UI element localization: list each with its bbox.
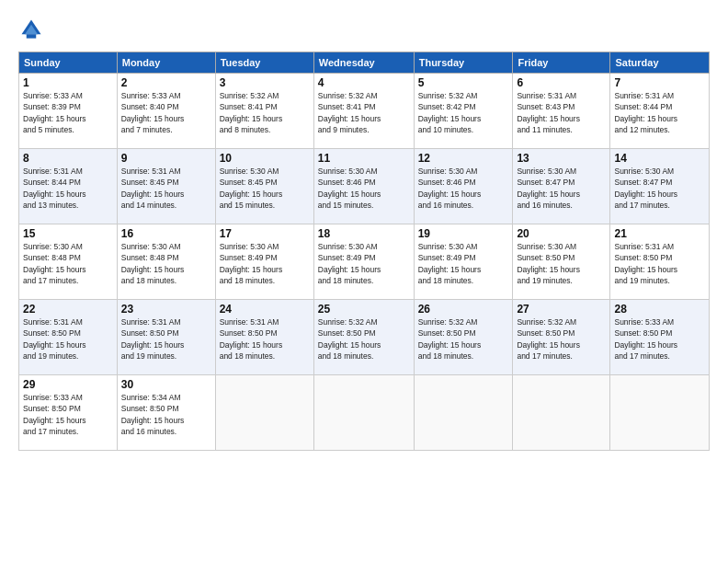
calendar-day-cell bbox=[313, 375, 414, 451]
day-info: Sunrise: 5:31 AM Sunset: 8:50 PM Dayligh… bbox=[220, 316, 310, 362]
calendar-day-cell bbox=[414, 375, 513, 451]
calendar-day-cell: 27Sunrise: 5:32 AM Sunset: 8:50 PM Dayli… bbox=[513, 300, 610, 375]
day-info: Sunrise: 5:32 AM Sunset: 8:41 PM Dayligh… bbox=[318, 90, 410, 135]
calendar-day-cell: 17Sunrise: 5:30 AM Sunset: 8:49 PM Dayli… bbox=[215, 224, 313, 300]
weekday-header: Sunday bbox=[19, 52, 118, 74]
calendar-day-cell: 24Sunrise: 5:31 AM Sunset: 8:50 PM Dayli… bbox=[215, 300, 313, 375]
calendar-day-cell: 19Sunrise: 5:30 AM Sunset: 8:49 PM Dayli… bbox=[414, 224, 513, 300]
day-number: 10 bbox=[220, 152, 310, 165]
calendar-day-cell: 22Sunrise: 5:31 AM Sunset: 8:50 PM Dayli… bbox=[19, 300, 118, 375]
day-info: Sunrise: 5:30 AM Sunset: 8:46 PM Dayligh… bbox=[318, 166, 410, 211]
day-number: 6 bbox=[517, 76, 606, 89]
day-number: 24 bbox=[220, 303, 310, 316]
day-info: Sunrise: 5:30 AM Sunset: 8:49 PM Dayligh… bbox=[418, 241, 509, 286]
logo-icon bbox=[18, 17, 44, 42]
day-number: 2 bbox=[121, 76, 211, 89]
day-info: Sunrise: 5:31 AM Sunset: 8:45 PM Dayligh… bbox=[121, 166, 211, 211]
day-number: 4 bbox=[318, 76, 410, 89]
day-info: Sunrise: 5:30 AM Sunset: 8:50 PM Dayligh… bbox=[517, 241, 606, 286]
calendar-week-row: 22Sunrise: 5:31 AM Sunset: 8:50 PM Dayli… bbox=[19, 300, 710, 375]
day-info: Sunrise: 5:32 AM Sunset: 8:50 PM Dayligh… bbox=[318, 316, 410, 362]
day-info: Sunrise: 5:30 AM Sunset: 8:48 PM Dayligh… bbox=[121, 241, 211, 286]
calendar-day-cell: 15Sunrise: 5:30 AM Sunset: 8:48 PM Dayli… bbox=[19, 224, 118, 300]
calendar-day-cell bbox=[610, 375, 710, 451]
day-number: 9 bbox=[121, 152, 211, 165]
day-number: 12 bbox=[418, 152, 509, 165]
day-info: Sunrise: 5:33 AM Sunset: 8:39 PM Dayligh… bbox=[23, 90, 113, 135]
day-number: 19 bbox=[418, 227, 509, 240]
header bbox=[18, 17, 710, 42]
day-number: 29 bbox=[23, 378, 113, 391]
day-number: 27 bbox=[517, 303, 606, 316]
day-info: Sunrise: 5:31 AM Sunset: 8:43 PM Dayligh… bbox=[517, 90, 606, 135]
calendar-day-cell: 26Sunrise: 5:32 AM Sunset: 8:50 PM Dayli… bbox=[414, 300, 513, 375]
day-info: Sunrise: 5:31 AM Sunset: 8:50 PM Dayligh… bbox=[23, 316, 113, 362]
day-info: Sunrise: 5:32 AM Sunset: 8:50 PM Dayligh… bbox=[517, 316, 606, 362]
day-number: 28 bbox=[614, 303, 705, 316]
calendar-day-cell bbox=[513, 375, 610, 451]
calendar-day-cell: 6Sunrise: 5:31 AM Sunset: 8:43 PM Daylig… bbox=[513, 74, 610, 149]
day-info: Sunrise: 5:30 AM Sunset: 8:49 PM Dayligh… bbox=[318, 241, 410, 286]
day-info: Sunrise: 5:30 AM Sunset: 8:47 PM Dayligh… bbox=[614, 166, 705, 211]
day-number: 15 bbox=[23, 227, 113, 240]
weekday-header: Monday bbox=[117, 52, 215, 74]
calendar-day-cell: 25Sunrise: 5:32 AM Sunset: 8:50 PM Dayli… bbox=[313, 300, 414, 375]
day-info: Sunrise: 5:30 AM Sunset: 8:47 PM Dayligh… bbox=[517, 166, 606, 211]
weekday-header: Wednesday bbox=[313, 52, 414, 74]
logo bbox=[18, 17, 48, 42]
day-info: Sunrise: 5:30 AM Sunset: 8:46 PM Dayligh… bbox=[418, 166, 509, 211]
svg-rect-2 bbox=[27, 34, 37, 38]
day-info: Sunrise: 5:31 AM Sunset: 8:44 PM Dayligh… bbox=[23, 166, 113, 211]
day-number: 14 bbox=[614, 152, 705, 165]
day-info: Sunrise: 5:31 AM Sunset: 8:44 PM Dayligh… bbox=[614, 90, 705, 135]
calendar-day-cell: 29Sunrise: 5:33 AM Sunset: 8:50 PM Dayli… bbox=[19, 375, 118, 451]
calendar-day-cell: 3Sunrise: 5:32 AM Sunset: 8:41 PM Daylig… bbox=[215, 74, 313, 149]
calendar-day-cell: 2Sunrise: 5:33 AM Sunset: 8:40 PM Daylig… bbox=[117, 74, 215, 149]
day-info: Sunrise: 5:32 AM Sunset: 8:50 PM Dayligh… bbox=[418, 316, 509, 362]
calendar-day-cell: 1Sunrise: 5:33 AM Sunset: 8:39 PM Daylig… bbox=[19, 74, 118, 149]
calendar-day-cell: 21Sunrise: 5:31 AM Sunset: 8:50 PM Dayli… bbox=[610, 224, 710, 300]
calendar-day-cell: 13Sunrise: 5:30 AM Sunset: 8:47 PM Dayli… bbox=[513, 149, 610, 224]
day-info: Sunrise: 5:30 AM Sunset: 8:48 PM Dayligh… bbox=[23, 241, 113, 286]
weekday-header: Saturday bbox=[610, 52, 710, 74]
weekday-header: Friday bbox=[513, 52, 610, 74]
calendar-week-row: 8Sunrise: 5:31 AM Sunset: 8:44 PM Daylig… bbox=[19, 149, 710, 224]
day-info: Sunrise: 5:32 AM Sunset: 8:42 PM Dayligh… bbox=[418, 90, 509, 135]
calendar-day-cell: 14Sunrise: 5:30 AM Sunset: 8:47 PM Dayli… bbox=[610, 149, 710, 224]
calendar-day-cell: 7Sunrise: 5:31 AM Sunset: 8:44 PM Daylig… bbox=[610, 74, 710, 149]
day-info: Sunrise: 5:34 AM Sunset: 8:50 PM Dayligh… bbox=[121, 392, 211, 437]
day-number: 23 bbox=[121, 303, 211, 316]
calendar-header-row: SundayMondayTuesdayWednesdayThursdayFrid… bbox=[19, 52, 710, 74]
day-number: 7 bbox=[614, 76, 705, 89]
calendar-week-row: 29Sunrise: 5:33 AM Sunset: 8:50 PM Dayli… bbox=[19, 375, 710, 451]
day-number: 21 bbox=[614, 227, 705, 240]
day-info: Sunrise: 5:30 AM Sunset: 8:49 PM Dayligh… bbox=[220, 241, 310, 286]
calendar-day-cell: 20Sunrise: 5:30 AM Sunset: 8:50 PM Dayli… bbox=[513, 224, 610, 300]
day-info: Sunrise: 5:32 AM Sunset: 8:41 PM Dayligh… bbox=[220, 90, 310, 135]
calendar-day-cell bbox=[215, 375, 313, 451]
calendar-day-cell: 18Sunrise: 5:30 AM Sunset: 8:49 PM Dayli… bbox=[313, 224, 414, 300]
day-number: 18 bbox=[318, 227, 410, 240]
calendar-day-cell: 8Sunrise: 5:31 AM Sunset: 8:44 PM Daylig… bbox=[19, 149, 118, 224]
day-number: 13 bbox=[517, 152, 606, 165]
calendar-day-cell: 4Sunrise: 5:32 AM Sunset: 8:41 PM Daylig… bbox=[313, 74, 414, 149]
day-number: 11 bbox=[318, 152, 410, 165]
day-info: Sunrise: 5:30 AM Sunset: 8:45 PM Dayligh… bbox=[220, 166, 310, 211]
day-info: Sunrise: 5:31 AM Sunset: 8:50 PM Dayligh… bbox=[121, 316, 211, 362]
day-number: 1 bbox=[23, 76, 113, 89]
calendar-day-cell: 16Sunrise: 5:30 AM Sunset: 8:48 PM Dayli… bbox=[117, 224, 215, 300]
calendar-week-row: 15Sunrise: 5:30 AM Sunset: 8:48 PM Dayli… bbox=[19, 224, 710, 300]
calendar-day-cell: 11Sunrise: 5:30 AM Sunset: 8:46 PM Dayli… bbox=[313, 149, 414, 224]
calendar-day-cell: 9Sunrise: 5:31 AM Sunset: 8:45 PM Daylig… bbox=[117, 149, 215, 224]
calendar-day-cell: 5Sunrise: 5:32 AM Sunset: 8:42 PM Daylig… bbox=[414, 74, 513, 149]
day-number: 8 bbox=[23, 152, 113, 165]
day-number: 3 bbox=[220, 76, 310, 89]
page: SundayMondayTuesdayWednesdayThursdayFrid… bbox=[0, 0, 728, 563]
calendar-table: SundayMondayTuesdayWednesdayThursdayFrid… bbox=[18, 52, 710, 451]
day-number: 5 bbox=[418, 76, 509, 89]
day-info: Sunrise: 5:33 AM Sunset: 8:50 PM Dayligh… bbox=[614, 316, 705, 362]
calendar-day-cell: 23Sunrise: 5:31 AM Sunset: 8:50 PM Dayli… bbox=[117, 300, 215, 375]
day-number: 20 bbox=[517, 227, 606, 240]
day-info: Sunrise: 5:31 AM Sunset: 8:50 PM Dayligh… bbox=[614, 241, 705, 286]
day-number: 30 bbox=[121, 378, 211, 391]
